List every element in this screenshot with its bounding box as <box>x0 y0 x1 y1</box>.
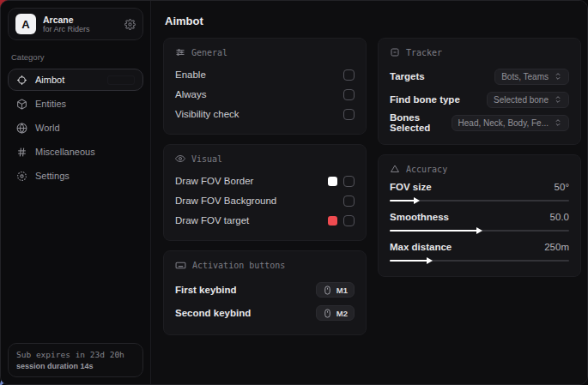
slider-fill <box>390 200 415 202</box>
setting-label: Bones Selected <box>390 112 452 133</box>
sidebar-item-settings[interactable]: Settings <box>8 165 143 187</box>
accuracy-card: Accuracy FOV size 50° <box>378 154 581 277</box>
slider-fill <box>390 230 477 232</box>
sidebar: A Arcane for Arc Riders Category Aimbot <box>1 1 151 384</box>
sidebar-menu: Aimbot Entities World Miscellaneous <box>8 69 143 187</box>
setting-label: Max distance <box>390 242 544 252</box>
sidebar-item-miscellaneous[interactable]: Miscellaneous <box>8 141 143 163</box>
setting-label: Draw FOV target <box>175 215 328 226</box>
setting-label: Draw FOV Background <box>175 196 343 206</box>
session-duration-text: session duration 14s <box>16 362 135 370</box>
page-title: Aimbot <box>165 15 581 27</box>
crosshair-icon <box>16 75 27 86</box>
cube-icon <box>16 99 27 110</box>
subscription-status-card: Sub expires in 23d 20h session duration … <box>8 343 143 377</box>
setting-label: Draw FOV Border <box>175 176 328 186</box>
setting-label: Second keybind <box>175 308 316 318</box>
fov-size-slider[interactable] <box>390 196 569 206</box>
mouse-icon <box>323 286 332 295</box>
setting-row-fov-size: FOV size 50° <box>390 182 569 206</box>
main-panel: Aimbot General Enable Alw <box>151 1 588 384</box>
fov-border-color-swatch[interactable] <box>328 177 337 186</box>
scan-icon <box>390 47 400 57</box>
general-card-header: General <box>175 47 355 57</box>
gear-icon <box>16 171 27 182</box>
setting-row-smoothness: Smoothness 50.0 <box>390 212 569 236</box>
sub-expiry-text: Sub expires in 23d 20h <box>16 350 135 359</box>
select-value: Head, Neck, Body, Fe... <box>458 118 549 128</box>
slider-thumb[interactable] <box>476 227 482 234</box>
keyboard-icon <box>175 260 186 271</box>
chevrons-up-down-icon <box>554 72 562 81</box>
smoothness-slider[interactable] <box>390 226 569 236</box>
left-column: General Enable Always Visibility check <box>163 38 367 335</box>
find-bone-type-select[interactable]: Selected bone <box>487 92 569 108</box>
chevrons-up-down-icon <box>554 118 562 127</box>
eye-icon <box>175 153 185 164</box>
setting-row-find-bone-type: Find bone type Selected bone <box>390 88 569 111</box>
tracker-card-header: Tracker <box>390 47 569 57</box>
enable-checkbox[interactable] <box>343 69 355 81</box>
sidebar-item-label: Entities <box>35 99 66 109</box>
second-keybind-button[interactable]: M2 <box>316 305 355 321</box>
setting-label: Always <box>175 89 343 99</box>
globe-icon <box>16 123 27 134</box>
targets-select[interactable]: Bots, Teams <box>494 69 569 85</box>
keybind-hint-badge <box>107 75 135 85</box>
app-header-card: A Arcane for Arc Riders <box>8 8 143 40</box>
sidebar-item-label: Miscellaneous <box>35 147 95 157</box>
setting-label: Targets <box>390 71 494 81</box>
activation-buttons-card: Activation buttons First keybind M1 Seco… <box>163 250 367 335</box>
setting-label: Smoothness <box>390 212 550 222</box>
card-title: Activation buttons <box>192 261 285 270</box>
setting-label: Visibility check <box>175 109 343 119</box>
first-keybind-button[interactable]: M1 <box>316 282 355 298</box>
setting-label: First keybind <box>175 285 316 295</box>
sliders-icon <box>175 47 185 57</box>
setting-row-bones-selected: Bones Selected Head, Neck, Body, Fe... <box>390 111 569 134</box>
slider-thumb[interactable] <box>414 197 420 204</box>
fov-target-color-swatch[interactable] <box>328 216 337 226</box>
fov-background-checkbox[interactable] <box>343 196 355 207</box>
max-distance-slider[interactable] <box>390 256 569 266</box>
category-label: Category <box>11 52 143 62</box>
right-column: Tracker Targets Bots, Teams Find bone ty… <box>378 38 581 277</box>
visual-card: Visual Draw FOV Border Draw FOV Backgrou… <box>163 144 367 241</box>
setting-label: Enable <box>175 69 343 80</box>
bones-selected-select[interactable]: Head, Neck, Body, Fe... <box>452 115 569 131</box>
card-title: Tracker <box>406 48 442 57</box>
always-checkbox[interactable] <box>343 89 355 100</box>
app-window: A Arcane for Arc Riders Category Aimbot <box>0 0 588 385</box>
sidebar-item-label: Settings <box>35 171 70 181</box>
sidebar-item-world[interactable]: World <box>8 117 143 139</box>
mouse-icon <box>323 309 332 318</box>
select-value: Bots, Teams <box>501 72 549 81</box>
card-title: Visual <box>191 154 222 164</box>
fov-target-checkbox[interactable] <box>343 215 355 226</box>
fov-border-checkbox[interactable] <box>343 176 355 187</box>
setting-row-second-keybind: Second keybind M2 <box>175 302 355 324</box>
setting-label: FOV size <box>390 182 555 192</box>
triangle-icon <box>390 164 400 174</box>
setting-label: Find bone type <box>390 94 487 105</box>
app-logo: A <box>15 14 36 34</box>
tracker-card: Tracker Targets Bots, Teams Find bone ty… <box>378 38 581 145</box>
visibility-check-checkbox[interactable] <box>343 109 355 120</box>
visual-card-header: Visual <box>175 153 355 164</box>
card-title: Accuracy <box>406 165 447 174</box>
slider-thumb[interactable] <box>427 257 433 264</box>
activation-card-header: Activation buttons <box>175 260 355 271</box>
app-title: Arcane <box>43 15 118 25</box>
gear-icon[interactable] <box>124 19 136 30</box>
grid-icon <box>16 147 27 158</box>
setting-row-max-distance: Max distance 250m <box>390 242 569 266</box>
sidebar-item-entities[interactable]: Entities <box>8 93 143 115</box>
card-title: General <box>191 48 227 57</box>
slider-fill <box>390 260 427 262</box>
smoothness-value: 50.0 <box>550 212 569 222</box>
sidebar-item-aimbot[interactable]: Aimbot <box>8 69 143 91</box>
setting-row-first-keybind: First keybind M1 <box>175 279 355 301</box>
accuracy-card-header: Accuracy <box>390 164 569 174</box>
select-value: Selected bone <box>494 95 549 105</box>
keybind-value: M2 <box>336 309 348 318</box>
